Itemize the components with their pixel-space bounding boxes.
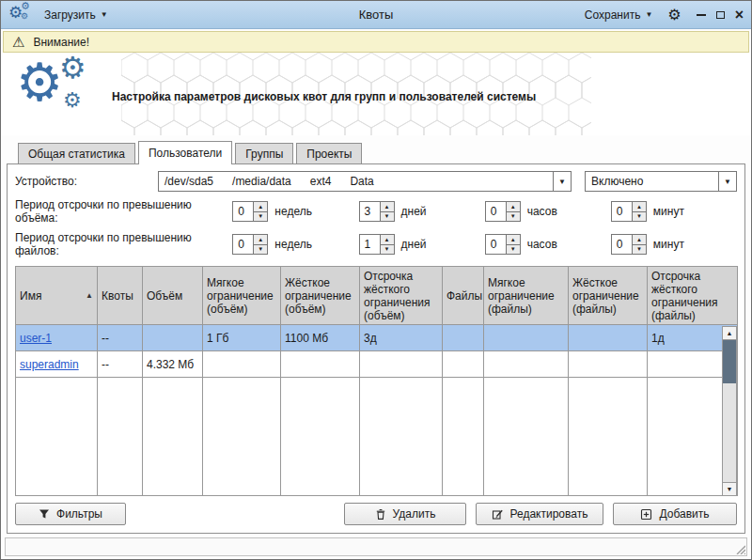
- spinner-down-icon[interactable]: ▼: [254, 212, 267, 222]
- spinner-down-icon[interactable]: ▼: [381, 245, 394, 255]
- column-header-hard-files[interactable]: Жёсткое ограничение (файлы): [569, 267, 648, 325]
- delete-label: Удалить: [393, 507, 436, 521]
- grace-files-hours-spinner[interactable]: 0 ▲▼: [485, 234, 521, 255]
- titlebar-left: ⚙ ⚙ ⚙ Загрузить ▼: [8, 5, 359, 25]
- grace-files-weeks-spinner[interactable]: 0 ▲▼: [232, 234, 268, 255]
- column-header-soft-volume[interactable]: Мягкое ограничение (объём): [203, 267, 281, 325]
- column-header-hard-volume[interactable]: Жёсткое ограничение (объём): [281, 267, 360, 325]
- edit-pencil-icon: [492, 508, 504, 521]
- tab-users[interactable]: Пользователи: [138, 141, 232, 164]
- table-row-superadmin[interactable]: superadmin -- 4.332 Мб: [16, 351, 738, 378]
- hero-gears-icon: ⚙ ⚙ ⚙: [16, 56, 106, 132]
- column-header-volume[interactable]: Объём: [143, 267, 203, 325]
- grace-files-days-spinner[interactable]: 1 ▲▼: [359, 234, 395, 255]
- spinner-up-icon[interactable]: ▲: [381, 235, 394, 245]
- close-button[interactable]: ×: [735, 10, 744, 20]
- gear-icon: ⚙: [59, 53, 86, 83]
- table-cell: [443, 325, 484, 351]
- app-window: ⚙ ⚙ ⚙ Загрузить ▼ Квоты Сохранить ▼ ⚙ ×: [0, 0, 752, 560]
- device-label: Устройство:: [15, 175, 158, 188]
- chevron-down-icon[interactable]: ▼: [553, 172, 571, 191]
- table-cell: [360, 351, 443, 378]
- grace-files-label: Период отсрочки по превышению файлов:: [15, 231, 232, 257]
- spinner-up-icon[interactable]: ▲: [633, 235, 646, 245]
- save-menu-label: Сохранить: [585, 8, 641, 22]
- user-link[interactable]: superadmin: [20, 358, 79, 371]
- quota-status-combobox[interactable]: Включено ▼: [585, 171, 737, 192]
- table-cell: [281, 351, 360, 378]
- scroll-down-icon[interactable]: ▼: [723, 482, 736, 495]
- funnel-icon: [39, 508, 50, 520]
- delete-button[interactable]: Удалить: [344, 503, 466, 525]
- titlebar: ⚙ ⚙ ⚙ Загрузить ▼ Квоты Сохранить ▼ ⚙ ×: [1, 1, 751, 29]
- spinner-down-icon[interactable]: ▼: [507, 212, 520, 222]
- chevron-down-icon[interactable]: ▼: [718, 172, 736, 191]
- gear-icon: ⚙: [16, 56, 63, 109]
- column-header-name[interactable]: Имя ▲: [16, 267, 98, 325]
- scrollbar-thumb[interactable]: [723, 340, 736, 383]
- column-header-files[interactable]: Файлы: [443, 267, 484, 325]
- grace-volume-days-spinner[interactable]: 3 ▲▼: [359, 201, 395, 222]
- spinner-down-icon[interactable]: ▼: [381, 212, 394, 222]
- tab-projects[interactable]: Проекты: [296, 143, 362, 163]
- column-header-quotas[interactable]: Квоты: [98, 267, 143, 325]
- user-link[interactable]: user-1: [20, 332, 52, 345]
- maximize-button[interactable]: [716, 11, 725, 19]
- resize-grip[interactable]: [734, 543, 745, 554]
- spinner-up-icon[interactable]: ▲: [507, 235, 520, 245]
- spinner-up-icon[interactable]: ▲: [254, 235, 267, 245]
- filters-button[interactable]: Фильтры: [15, 503, 126, 525]
- grace-volume-minutes-spinner[interactable]: 0 ▲▼: [611, 201, 647, 222]
- quota-table: Имя ▲ Квоты Объём Мягкое ограничение (об…: [15, 266, 738, 496]
- spinner-down-icon[interactable]: ▼: [633, 212, 646, 222]
- save-menu-button[interactable]: Сохранить ▼: [581, 6, 657, 24]
- spinner-down-icon[interactable]: ▼: [633, 245, 646, 255]
- table-cell: [569, 325, 648, 351]
- table-row-user-1[interactable]: user-1 -- 1 Гб 1100 Мб 3д 1д: [16, 325, 738, 351]
- edit-button[interactable]: Редактировать: [476, 503, 603, 525]
- settings-gear-button[interactable]: ⚙: [667, 6, 681, 23]
- spinner-value: 0: [612, 235, 632, 254]
- edit-label: Редактировать: [510, 507, 588, 521]
- app-logo-gears-icon: ⚙ ⚙ ⚙: [8, 5, 33, 25]
- column-header-grace-volume[interactable]: Отсрочка жёсткого ограничения (объём): [360, 267, 443, 325]
- weeks-unit-label: недель: [274, 205, 326, 218]
- device-value: /dev/sda5 /media/data ext4 Data: [159, 172, 553, 191]
- column-header-grace-files[interactable]: Отсрочка жёсткого ограничения (файлы): [648, 267, 738, 325]
- grace-volume-hours-spinner[interactable]: 0 ▲▼: [485, 201, 521, 222]
- add-label: Добавить: [659, 507, 709, 521]
- vertical-scrollbar[interactable]: ▲ ▼: [722, 326, 737, 496]
- table-cell: [569, 351, 648, 378]
- table-cell-empty: [203, 378, 281, 496]
- spinner-up-icon[interactable]: ▲: [633, 202, 646, 212]
- table-empty-area: [16, 378, 738, 496]
- quota-table-wrap: Имя ▲ Квоты Объём Мягкое ограничение (об…: [15, 266, 737, 496]
- column-header-soft-files[interactable]: Мягкое ограничение (файлы): [484, 267, 569, 325]
- grace-volume-weeks-spinner[interactable]: 0 ▲▼: [232, 201, 268, 222]
- table-cell: --: [98, 325, 143, 351]
- tab-general-statistics[interactable]: Общая статистика: [18, 143, 135, 163]
- grace-files-minutes-spinner[interactable]: 0 ▲▼: [611, 234, 647, 255]
- spinner-up-icon[interactable]: ▲: [507, 202, 520, 212]
- spinner-up-icon[interactable]: ▲: [381, 202, 394, 212]
- hero-header: ⚙ ⚙ ⚙ Настройка параметров дисковых квот…: [1, 53, 751, 135]
- spinner-value: 0: [233, 202, 253, 221]
- chevron-down-icon: ▼: [101, 10, 108, 19]
- spinner-value: 3: [360, 202, 380, 221]
- minutes-unit-label: минут: [653, 205, 705, 218]
- table-header-row: Имя ▲ Квоты Объём Мягкое ограничение (об…: [16, 267, 738, 325]
- add-button[interactable]: Добавить: [613, 503, 737, 525]
- spinner-up-icon[interactable]: ▲: [254, 202, 267, 212]
- tab-groups[interactable]: Группы: [235, 143, 293, 163]
- table-cell-empty: [98, 378, 143, 496]
- spinner-down-icon[interactable]: ▼: [507, 245, 520, 255]
- minimize-button[interactable]: [697, 14, 706, 16]
- scroll-up-icon[interactable]: ▲: [723, 327, 736, 340]
- table-cell: 1 Гб: [203, 325, 281, 351]
- spinner-down-icon[interactable]: ▼: [254, 245, 267, 255]
- load-menu-button[interactable]: Загрузить ▼: [40, 6, 112, 24]
- warning-icon: ⚠: [12, 35, 24, 49]
- device-combobox[interactable]: /dev/sda5 /media/data ext4 Data ▼: [158, 171, 572, 192]
- chevron-down-icon: ▼: [645, 10, 652, 19]
- window-title: Квоты: [359, 8, 394, 22]
